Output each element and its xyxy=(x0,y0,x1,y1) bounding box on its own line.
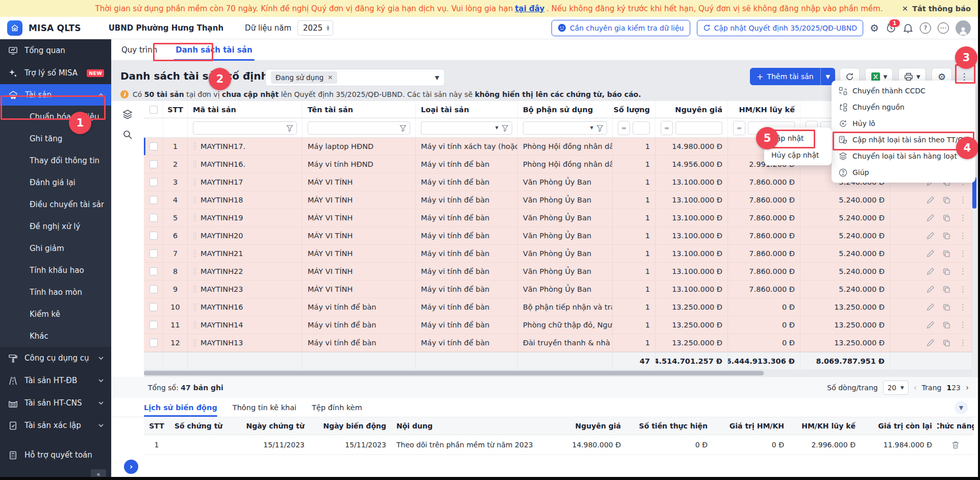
row-more-icon[interactable]: ⋮ xyxy=(959,231,967,240)
drag-handle-icon[interactable] xyxy=(193,160,196,168)
column-header-cost[interactable]: Nguyên giá xyxy=(656,101,728,118)
update-menu-item-2[interactable]: Hủy cập nhật xyxy=(764,146,832,163)
column-header-checkbox[interactable] xyxy=(144,101,163,118)
row-checkbox[interactable] xyxy=(149,178,158,186)
drag-handle-icon[interactable] xyxy=(193,285,196,293)
sidebar-item-4[interactable]: Công cụ dụng cụ xyxy=(0,347,111,369)
menu-item-1[interactable]: Chuyển thành CCDC xyxy=(832,83,975,99)
add-asset-button[interactable]: + Thêm tài sản xyxy=(750,68,820,85)
sidebar-subitem[interactable]: Tính hao mòn xyxy=(0,281,111,303)
expert-check-button[interactable]: Cần chuyên gia kiểm tra dữ liệu xyxy=(551,20,690,36)
drag-handle-icon[interactable] xyxy=(193,321,196,329)
column-header-accum[interactable]: HM/KH lũy kế xyxy=(728,101,800,118)
funnel-icon[interactable] xyxy=(399,124,407,132)
banner-renew-link[interactable]: tại đây xyxy=(515,4,544,13)
drag-handle-icon[interactable] xyxy=(193,178,196,186)
column-header-dept[interactable]: Bộ phận sử dụng xyxy=(518,101,613,118)
select-all-checkbox[interactable] xyxy=(149,106,158,114)
table-row[interactable]: 10MAYTINH16Máy vi tính để bànMáy vi tính… xyxy=(144,298,972,316)
banner-dismiss-button[interactable]: ✕ Tắt thông báo xyxy=(902,0,971,17)
sidebar-item-7[interactable]: Tài sản xác lập xyxy=(0,414,111,437)
menu-item-2[interactable]: Chuyển nguồn xyxy=(832,99,975,115)
column-header-type[interactable]: Loại tài sản xyxy=(416,101,518,118)
edit-icon[interactable] xyxy=(926,286,934,293)
bell-icon[interactable] xyxy=(903,22,913,33)
edit-icon[interactable] xyxy=(926,196,934,204)
row-more-icon[interactable]: ⋮ xyxy=(959,320,967,330)
edit-icon[interactable] xyxy=(926,250,934,258)
spinner-arrows-icon[interactable]: ▲▼ xyxy=(326,25,329,31)
misa-logo-icon[interactable] xyxy=(7,20,22,36)
edit-icon[interactable] xyxy=(926,268,934,275)
row-checkbox[interactable] xyxy=(149,196,158,204)
reminder-clock-icon[interactable]: 1 xyxy=(886,22,896,33)
page-number-3[interactable]: 3 xyxy=(956,384,961,392)
status-filter-chip[interactable]: Đang sử dụng ✕ xyxy=(271,71,337,84)
copy-icon[interactable] xyxy=(943,304,950,311)
filter-input-dept[interactable]: ▼ xyxy=(523,121,607,135)
sidebar-subitem[interactable]: Tính khấu hao xyxy=(0,259,111,281)
sidebar-subitem[interactable]: Khác xyxy=(0,325,111,347)
user-avatar[interactable] xyxy=(956,20,971,36)
delete-icon[interactable] xyxy=(951,441,960,449)
table-row[interactable]: 11MAYTINH14Máy vi tính để bànMáy vi tính… xyxy=(144,316,972,334)
history-row[interactable]: 115/11/202315/11/2023Theo dõi trên phần … xyxy=(144,435,974,455)
status-filter-combobox[interactable]: Đang sử dụng ✕ ▼ xyxy=(265,69,445,86)
chevron-down-icon[interactable]: ▼ xyxy=(590,125,593,130)
chevron-down-icon[interactable]: ▼ xyxy=(495,125,498,130)
tab-quy-trinh[interactable]: Quy trình xyxy=(121,39,157,61)
table-row[interactable]: 9MAYTINH23MÁY VI TÍNHMáy vi tính để bànV… xyxy=(144,281,972,298)
chevron-down-icon[interactable]: ▼ xyxy=(884,74,888,80)
sidebar-subitem[interactable]: Điều chuyển tài sản xyxy=(0,193,111,215)
table-row[interactable]: 12MAYTINH13Máy vi tính để bànMáy vi tính… xyxy=(144,334,972,352)
sidebar-item-1[interactable]: Tổng quan xyxy=(0,39,111,62)
settings-gear-icon[interactable]: ⚙ xyxy=(870,22,879,34)
drag-handle-icon[interactable] xyxy=(193,196,196,204)
copy-icon[interactable] xyxy=(943,214,950,222)
column-header-name[interactable]: Tên tài sản xyxy=(303,101,416,118)
filter-input-name[interactable] xyxy=(308,121,410,135)
sidebar-item-5[interactable]: Tài sản HT-ĐB xyxy=(0,369,111,392)
edit-icon[interactable] xyxy=(926,321,934,329)
detail-tab-3[interactable]: Tệp đính kèm xyxy=(312,398,362,417)
row-more-icon[interactable]: ⋮ xyxy=(959,285,967,294)
funnel-icon[interactable] xyxy=(501,124,509,132)
funnel-icon[interactable] xyxy=(286,124,293,132)
row-checkbox[interactable] xyxy=(149,160,158,168)
column-header-qty[interactable]: Số lượng xyxy=(613,101,656,118)
row-more-icon[interactable]: ⋮ xyxy=(959,302,967,312)
banner-dismiss-label[interactable]: Tắt thông báo xyxy=(912,5,971,13)
menu-item-3[interactable]: Hủy lô xyxy=(832,115,975,132)
chevron-down-icon[interactable]: ▼ xyxy=(435,74,439,81)
detail-tab-2[interactable]: Thông tin kê khai xyxy=(233,398,296,417)
page-number-2[interactable]: 2 xyxy=(951,384,956,392)
expand-rail-button[interactable]: › xyxy=(124,460,138,474)
sidebar-item-8[interactable]: Hỗ trợ quyết toán xyxy=(0,444,111,466)
sidebar-subitem[interactable]: Đánh giá lại xyxy=(0,171,111,193)
detail-collapse-button[interactable]: ▼ xyxy=(954,401,968,414)
row-checkbox[interactable] xyxy=(149,339,158,347)
page-number-1[interactable]: 1 xyxy=(946,384,951,392)
copy-icon[interactable] xyxy=(943,268,950,275)
sidebar-collapse-button[interactable]: « xyxy=(91,469,106,477)
row-checkbox[interactable] xyxy=(149,285,158,293)
row-checkbox[interactable] xyxy=(149,321,158,329)
row-more-icon[interactable]: ⋮ xyxy=(959,249,967,258)
filter-input-code[interactable] xyxy=(193,121,297,135)
update-decision-button[interactable]: Cập nhật Quyết định 35/2025/QĐ-UBND xyxy=(697,20,864,36)
drag-handle-icon[interactable] xyxy=(193,303,196,311)
row-more-icon[interactable]: ⋮ xyxy=(959,213,967,222)
horizontal-scrollbar-thumb[interactable] xyxy=(144,371,764,375)
drag-handle-icon[interactable] xyxy=(193,232,196,240)
chip-remove-icon[interactable]: ✕ xyxy=(328,74,333,81)
equals-operator[interactable]: = xyxy=(661,121,673,135)
equals-operator[interactable]: = xyxy=(618,121,630,135)
rows-per-page-select[interactable]: 20 ▼ xyxy=(883,381,909,395)
column-header-code[interactable]: Mã tài sản xyxy=(188,101,303,118)
filter-input-type[interactable]: ▼ xyxy=(421,121,512,135)
copy-icon[interactable] xyxy=(943,196,950,204)
row-checkbox[interactable] xyxy=(149,267,158,275)
row-checkbox[interactable] xyxy=(149,249,158,258)
row-checkbox[interactable] xyxy=(149,303,158,311)
column-header-stt[interactable]: STT xyxy=(163,101,188,118)
